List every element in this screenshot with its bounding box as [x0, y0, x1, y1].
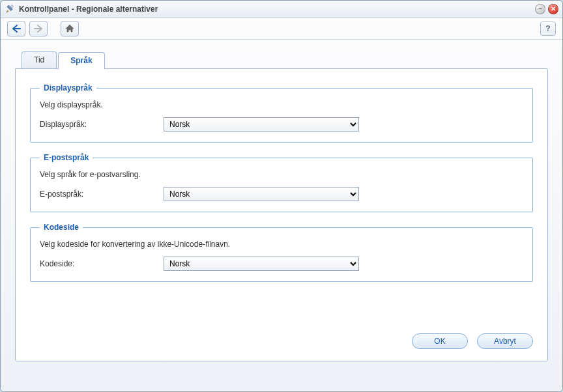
field-row: Kodeside: Norsk [40, 257, 523, 271]
ok-button[interactable]: OK [412, 333, 468, 349]
minimize-button[interactable]: – [535, 4, 545, 14]
group-description: Velg displayspråk. [40, 100, 523, 109]
arrow-left-icon [12, 25, 21, 33]
arrow-right-icon [34, 25, 43, 33]
tab-label: Tid [34, 55, 44, 64]
email-language-label: E-postspråk: [40, 189, 164, 199]
app-icon [5, 4, 15, 14]
group-codepage: Kodeside Velg kodeside for konvertering … [30, 223, 533, 282]
tab-label: Språk [70, 56, 92, 65]
group-legend: Kodeside [40, 223, 83, 232]
window-controls: – ✕ [535, 4, 558, 14]
email-language-select[interactable]: Norsk [164, 187, 359, 201]
window-frame: Kontrollpanel - Regionale alternativer –… [0, 0, 563, 392]
footer-buttons: OK Avbryt [30, 326, 533, 349]
group-legend: E-postspråk [40, 153, 93, 162]
home-icon [65, 24, 74, 33]
tab-tid[interactable]: Tid [22, 51, 57, 68]
svg-point-0 [11, 5, 14, 7]
content-area: Tid Språk Displayspråk Velg displayspråk… [1, 40, 562, 391]
titlebar: Kontrollpanel - Regionale alternativer –… [1, 1, 562, 18]
forward-button[interactable] [29, 21, 48, 36]
field-row: E-postspråk: Norsk [40, 187, 523, 201]
close-button[interactable]: ✕ [548, 4, 558, 14]
tab-sprak[interactable]: Språk [58, 52, 104, 69]
minimize-icon: – [538, 6, 542, 12]
help-button[interactable]: ? [540, 21, 556, 36]
group-description: Velg kodeside for konvertering av ikke-U… [40, 240, 523, 249]
display-language-label: Displayspråk: [40, 120, 164, 129]
select-wrap: Norsk [164, 257, 359, 271]
group-display-language: Displayspråk Velg displayspråk. Displays… [30, 83, 533, 143]
codepage-label: Kodeside: [40, 259, 164, 268]
cancel-button[interactable]: Avbryt [477, 333, 533, 349]
back-button[interactable] [7, 21, 25, 36]
group-description: Velg språk for e-postvarsling. [40, 170, 523, 179]
group-email-language: E-postspråk Velg språk for e-postvarslin… [30, 153, 533, 212]
group-legend: Displayspråk [40, 83, 96, 92]
display-language-select[interactable]: Norsk [164, 117, 359, 132]
tab-panel: Displayspråk Velg displayspråk. Displays… [15, 68, 548, 361]
field-row: Displayspråk: Norsk [40, 117, 523, 132]
select-wrap: Norsk [164, 187, 359, 201]
select-wrap: Norsk [164, 117, 359, 132]
home-button[interactable] [61, 21, 79, 36]
codepage-select[interactable]: Norsk [164, 257, 359, 271]
tab-bar: Tid Språk [22, 51, 548, 68]
toolbar: ? [1, 18, 562, 40]
help-icon: ? [545, 24, 550, 33]
close-icon: ✕ [551, 6, 556, 12]
window-title: Kontrollpanel - Regionale alternativer [19, 5, 158, 14]
